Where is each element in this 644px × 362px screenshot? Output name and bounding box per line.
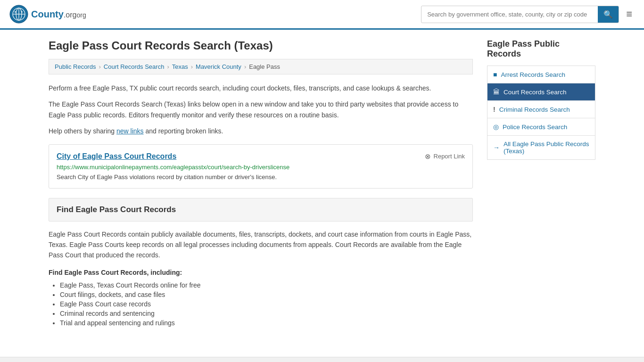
sidebar-item-police-records: ◎ Police Records Search bbox=[487, 118, 595, 136]
list-item: Trial and appeal sentencing and rulings bbox=[60, 319, 473, 327]
breadcrumb-sep-1: › bbox=[99, 63, 100, 70]
target-icon: ◎ bbox=[493, 123, 499, 131]
sidebar-item-criminal-records: ! Criminal Records Search bbox=[487, 101, 595, 118]
breadcrumb-court-records[interactable]: Court Records Search bbox=[104, 63, 165, 70]
record-card: City of Eagle Pass Court Records ⊗ Repor… bbox=[49, 144, 473, 189]
site-domain: .org bbox=[64, 11, 77, 19]
courthouse-icon: 🏛 bbox=[493, 88, 500, 96]
record-card-description: Search City of Eagle Pass violations rec… bbox=[57, 173, 465, 181]
logo-area: ★ ★ County.orgorg bbox=[9, 5, 86, 24]
hamburger-menu-icon[interactable]: ≡ bbox=[624, 6, 635, 23]
search-bar: 🔍 bbox=[421, 6, 619, 23]
sidebar-link-all-records[interactable]: → All Eagle Pass Public Records (Texas) bbox=[487, 136, 595, 159]
breadcrumb-public-records[interactable]: Public Records bbox=[55, 63, 96, 70]
list-item: Eagle Pass, Texas Court Records online f… bbox=[60, 281, 473, 289]
site-header: ★ ★ County.orgorg 🔍 ≡ bbox=[0, 0, 644, 30]
sidebar-title: Eagle Pass Public Records bbox=[487, 39, 595, 61]
site-footer: About Us Contact Us Suggest Listing Priv… bbox=[0, 357, 644, 362]
page-title: Eagle Pass Court Records Search (Texas) bbox=[49, 39, 473, 52]
breadcrumb: Public Records › Court Records Search › … bbox=[49, 59, 473, 74]
site-name: County.orgorg bbox=[31, 9, 86, 20]
sidebar-label-court: Court Records Search bbox=[504, 89, 567, 96]
find-section-body: Eagle Pass Court Records contain publicl… bbox=[49, 229, 473, 327]
sidebar-link-court-records[interactable]: 🏛 Court Records Search bbox=[487, 83, 595, 100]
sidebar-label-arrest: Arrest Records Search bbox=[501, 71, 565, 78]
find-section-title: Find Eagle Pass Court Records bbox=[57, 205, 465, 214]
page-container: Eagle Pass Court Records Search (Texas) … bbox=[39, 30, 605, 338]
list-item: Eagle Pass Court case records bbox=[60, 300, 473, 308]
sidebar-menu: ■ Arrest Records Search 🏛 Court Records … bbox=[487, 66, 595, 160]
find-section-description: Eagle Pass Court Records contain publicl… bbox=[49, 229, 473, 261]
logo-icon: ★ ★ bbox=[9, 5, 28, 24]
search-button[interactable]: 🔍 bbox=[598, 6, 619, 23]
search-input[interactable] bbox=[421, 7, 598, 22]
breadcrumb-sep-4: › bbox=[244, 63, 246, 70]
breadcrumb-maverick-county[interactable]: Maverick County bbox=[196, 63, 241, 70]
sidebar-label-criminal: Criminal Records Search bbox=[499, 106, 570, 113]
list-item: Court filings, dockets, and case files bbox=[60, 291, 473, 298]
new-links-link[interactable]: new links bbox=[116, 127, 144, 135]
sidebar-item-arrest-records: ■ Arrest Records Search bbox=[487, 66, 595, 83]
list-item: Criminal records and sentencing bbox=[60, 310, 473, 317]
main-content: Eagle Pass Court Records Search (Texas) … bbox=[49, 39, 473, 329]
intro-paragraph-1: Perform a free Eagle Pass, TX public cou… bbox=[49, 83, 473, 93]
breadcrumb-eagle-pass: Eagle Pass bbox=[249, 63, 280, 70]
breadcrumb-texas[interactable]: Texas bbox=[172, 63, 188, 70]
record-card-title[interactable]: City of Eagle Pass Court Records bbox=[57, 152, 176, 161]
intro-paragraph-3: Help others by sharing new links and rep… bbox=[49, 126, 473, 136]
report-link-label: Report Link bbox=[434, 153, 465, 160]
sidebar-label-police: Police Records Search bbox=[503, 123, 567, 131]
breadcrumb-sep-3: › bbox=[191, 63, 193, 70]
header-right: 🔍 ≡ bbox=[421, 6, 635, 23]
record-card-url[interactable]: https://www.municipalonlinepayments.com/… bbox=[57, 164, 465, 171]
find-section-list-title: Find Eagle Pass Court Records, including… bbox=[49, 267, 473, 278]
sidebar-item-all-records: → All Eagle Pass Public Records (Texas) bbox=[487, 136, 595, 159]
report-link-icon: ⊗ bbox=[425, 152, 431, 161]
sidebar-link-criminal-records[interactable]: ! Criminal Records Search bbox=[487, 101, 595, 118]
exclamation-icon: ! bbox=[493, 106, 495, 113]
sidebar-label-all: All Eagle Pass Public Records (Texas) bbox=[504, 140, 589, 155]
find-section-list: Eagle Pass, Texas Court Records online f… bbox=[49, 281, 473, 327]
intro-3-suffix: and reporting broken links. bbox=[144, 127, 223, 135]
find-section-header: Find Eagle Pass Court Records bbox=[49, 198, 473, 222]
breadcrumb-sep-2: › bbox=[167, 63, 169, 70]
intro-paragraph-2: The Eagle Pass Court Records Search (Tex… bbox=[49, 99, 473, 120]
sidebar-item-court-records: 🏛 Court Records Search bbox=[487, 83, 595, 101]
report-link-button[interactable]: ⊗ Report Link bbox=[425, 152, 465, 161]
sidebar-link-police-records[interactable]: ◎ Police Records Search bbox=[487, 118, 595, 135]
square-icon: ■ bbox=[493, 71, 497, 78]
sidebar: Eagle Pass Public Records ■ Arrest Recor… bbox=[487, 39, 595, 329]
sidebar-link-arrest-records[interactable]: ■ Arrest Records Search bbox=[487, 66, 595, 83]
arrow-right-icon: → bbox=[493, 144, 500, 151]
record-card-header: City of Eagle Pass Court Records ⊗ Repor… bbox=[57, 152, 465, 161]
intro-3-prefix: Help others by sharing bbox=[49, 127, 116, 135]
